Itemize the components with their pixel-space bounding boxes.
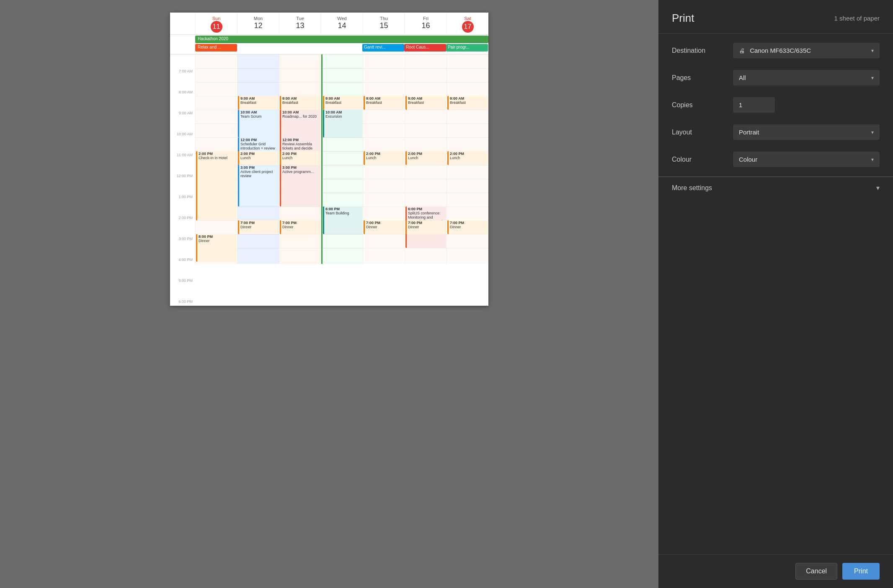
event-dinner-thu: 7:00 PM Dinner bbox=[364, 220, 404, 234]
copies-input[interactable] bbox=[733, 97, 775, 113]
event-team-building: 6:00 PM Team Building bbox=[323, 206, 362, 234]
event-team-scrum: 10:00 AM Team Scrum bbox=[238, 110, 279, 137]
printer-icon: 🖨 bbox=[739, 47, 745, 54]
pages-select[interactable]: All ▾ bbox=[733, 70, 880, 85]
print-panel: Print 1 sheet of paper Destination 🖨 Can… bbox=[658, 0, 893, 588]
day-col-tue: 9:00 AM Breakfast 10:00 AM Roadmap... fo… bbox=[279, 54, 321, 264]
colour-select[interactable]: Colour ▾ bbox=[733, 152, 880, 167]
event-pair-prog: Pair progr... bbox=[446, 44, 488, 52]
event-dinner-fri: 7:00 PM Dinner bbox=[405, 220, 446, 234]
print-title: Print bbox=[672, 12, 694, 25]
event-lunch-mon: 2:00 PM Lunch bbox=[238, 151, 279, 165]
day-header-mon: Mon 12 bbox=[237, 13, 279, 34]
event-lunch-thu: 2:00 PM Lunch bbox=[364, 151, 404, 165]
day-col-sun: 2:00 PM Check-In in Hotel 8:00 PM Dinner bbox=[195, 54, 237, 264]
event-breakfast-wed: 9:00 AM Breakfast bbox=[323, 96, 362, 110]
event-breakfast-thu: 9:00 AM Breakfast bbox=[364, 96, 404, 110]
chevron-down-icon-pages: ▾ bbox=[871, 75, 874, 81]
event-dinner-sat: 7:00 PM Dinner bbox=[447, 220, 488, 234]
colour-label: Colour bbox=[672, 156, 726, 163]
calendar-page: Sun 11 Mon 12 Tue 13 Wed 14 Thu 15 Fri 1… bbox=[170, 13, 488, 306]
event-active-client: 3:00 PM Active client project review bbox=[238, 165, 279, 206]
chevron-down-icon-more: ▾ bbox=[876, 184, 880, 192]
day-col-mon: 9:00 AM Breakfast 10:00 AM Team Scrum 12… bbox=[237, 54, 279, 264]
pages-label: Pages bbox=[672, 74, 726, 82]
event-lunch-fri: 2:00 PM Lunch bbox=[405, 151, 446, 165]
cancel-button[interactable]: Cancel bbox=[795, 563, 837, 580]
more-settings-label: More settings bbox=[672, 184, 712, 192]
event-breakfast-tue: 9:00 AM Breakfast bbox=[280, 96, 320, 110]
event-active-prog: 3:00 PM Active programm... bbox=[280, 165, 320, 206]
chevron-down-icon-colour: ▾ bbox=[871, 157, 874, 162]
event-dinner-mon: 7:00 PM Dinner bbox=[238, 220, 279, 234]
destination-select[interactable]: 🖨 Canon MF633C/635C ▾ bbox=[733, 43, 880, 58]
event-breakfast-mon: 9:00 AM Breakfast bbox=[238, 96, 279, 110]
event-breakfast-sat: 9:00 AM Breakfast bbox=[447, 96, 488, 110]
chevron-down-icon-layout: ▾ bbox=[871, 129, 874, 135]
sheets-count: 1 sheet of paper bbox=[834, 15, 880, 22]
event-lunch-tue: 2:00 PM Lunch bbox=[280, 151, 320, 165]
layout-select[interactable]: Portrait ▾ bbox=[733, 124, 880, 140]
calendar-preview-panel: Sun 11 Mon 12 Tue 13 Wed 14 Thu 15 Fri 1… bbox=[0, 0, 658, 588]
day-col-wed: 9:00 AM Breakfast 10:00 AM Excursion 6:0… bbox=[321, 54, 363, 264]
day-col-thu: 9:00 AM Breakfast 2:00 PM Lunch 7:00 PM … bbox=[363, 54, 405, 264]
chevron-down-icon: ▾ bbox=[871, 48, 874, 54]
event-excursion: 10:00 AM Excursion bbox=[323, 110, 362, 137]
event-gantt: Gantt revi... bbox=[362, 44, 404, 52]
destination-label: Destination bbox=[672, 47, 726, 54]
day-col-sat: 9:00 AM Breakfast 2:00 PM Lunch 7:00 PM … bbox=[446, 54, 488, 264]
event-dinner-sun: 8:00 PM Dinner bbox=[196, 234, 237, 262]
day-header-tue: Tue 13 bbox=[279, 13, 321, 34]
event-lunch-sat: 2:00 PM Lunch bbox=[447, 151, 488, 165]
event-dinner-tue: 7:00 PM Dinner bbox=[280, 220, 320, 234]
copies-label: Copies bbox=[672, 101, 726, 109]
event-checkin: 2:00 PM Check-In in Hotel bbox=[196, 151, 237, 220]
day-header-sat: Sat 17 bbox=[446, 13, 488, 34]
day-header-fri: Fri 16 bbox=[405, 13, 446, 34]
event-breakfast-fri: 9:00 AM Breakfast bbox=[405, 96, 446, 110]
event-relax: Relax and ... bbox=[195, 44, 237, 52]
day-header-sun: Sun 11 bbox=[195, 13, 237, 34]
print-button[interactable]: Print bbox=[842, 563, 880, 580]
layout-label: Layout bbox=[672, 129, 726, 136]
more-settings-row[interactable]: More settings ▾ bbox=[658, 177, 893, 199]
day-col-fri: 9:00 AM Breakfast 2:00 PM Lunch 6:00 PM … bbox=[405, 54, 446, 264]
day-header-wed: Wed 14 bbox=[321, 13, 363, 34]
event-hackathon: Hackathon 2020 bbox=[195, 36, 488, 43]
event-root-cause: Root Caus... bbox=[404, 44, 446, 52]
day-header-thu: Thu 15 bbox=[363, 13, 405, 34]
